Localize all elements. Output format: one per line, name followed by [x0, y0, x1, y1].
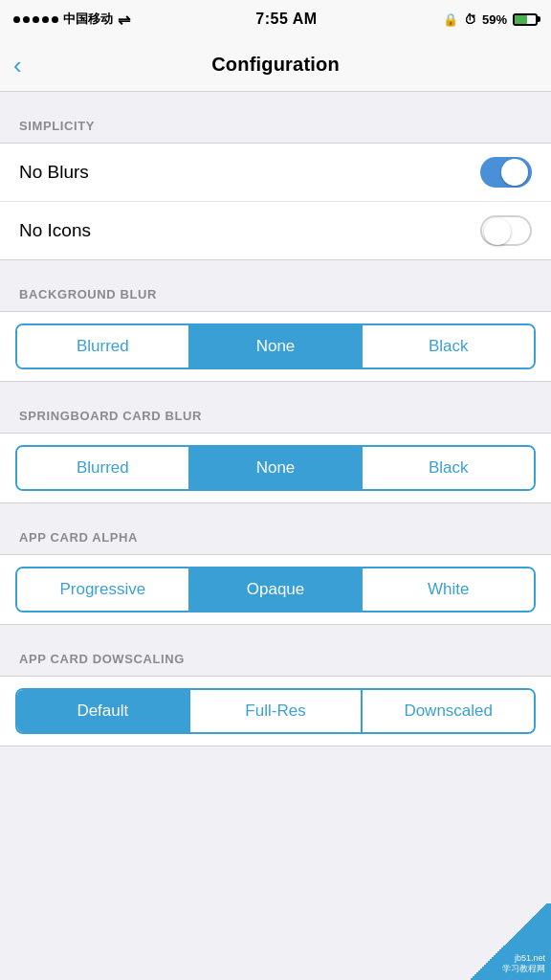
- app-card-alpha-white[interactable]: White: [363, 568, 534, 611]
- app-card-dowscaling-segment: Default Full-Res Downscaled: [15, 688, 536, 734]
- status-bar: 中国移动 ⇌ 7:55 AM 🔒 ⏱ 59%: [0, 0, 551, 38]
- app-card-dowscaling-downscaled[interactable]: Downscaled: [363, 690, 534, 732]
- toggle-row-no-blurs: No Blurs: [0, 144, 551, 202]
- lock-icon: 🔒: [443, 12, 458, 27]
- app-card-alpha-opaque[interactable]: Opaque: [190, 568, 364, 611]
- section-background-blur: BACKGROUND BLUR Blurred None Black: [0, 287, 551, 382]
- app-card-dowscaling-full-res[interactable]: Full-Res: [190, 690, 364, 732]
- alarm-icon: ⏱: [464, 12, 476, 27]
- app-card-dowscaling-segment-wrapper: Default Full-Res Downscaled: [0, 676, 551, 746]
- background-blur-black[interactable]: Black: [363, 325, 534, 368]
- background-blur-none[interactable]: None: [190, 325, 364, 368]
- background-blur-blurred[interactable]: Blurred: [17, 325, 190, 368]
- status-right: 🔒 ⏱ 59%: [443, 12, 538, 27]
- app-card-alpha-progressive[interactable]: Progressive: [17, 568, 190, 611]
- springboard-blur-none[interactable]: None: [190, 447, 364, 489]
- section-header-app-card-alpha: APP CARD ALPHA: [0, 530, 551, 554]
- status-left: 中国移动 ⇌: [13, 11, 130, 29]
- battery-icon: [513, 13, 538, 26]
- battery-percent: 59%: [482, 12, 507, 27]
- background-blur-segment-wrapper: Blurred None Black: [0, 311, 551, 382]
- back-button[interactable]: ‹: [13, 53, 22, 78]
- section-springboard-card-blur: SPRINGBOARD CARD BLUR Blurred None Black: [0, 409, 551, 503]
- simplicity-card: No Blurs No Icons: [0, 143, 551, 260]
- section-simplicity: SIMPLICITY No Blurs No Icons: [0, 119, 551, 260]
- no-blurs-knob: [501, 159, 528, 186]
- no-icons-knob: [484, 218, 511, 245]
- section-header-app-card-dowscaling: APP CARD DOWSCALING: [0, 652, 551, 676]
- toggle-row-no-icons: No Icons: [0, 202, 551, 259]
- section-header-springboard-card-blur: SPRINGBOARD CARD BLUR: [0, 409, 551, 433]
- springboard-blur-blurred[interactable]: Blurred: [17, 447, 190, 489]
- section-header-simplicity: SIMPLICITY: [0, 119, 551, 143]
- page-title: Configuration: [211, 54, 340, 76]
- nav-bar: ‹ Configuration: [0, 38, 551, 92]
- no-blurs-label: No Blurs: [19, 162, 89, 183]
- app-card-alpha-segment-wrapper: Progressive Opaque White: [0, 554, 551, 625]
- no-icons-toggle[interactable]: [480, 215, 532, 246]
- app-card-alpha-segment: Progressive Opaque White: [15, 567, 536, 612]
- section-app-card-dowscaling: APP CARD DOWSCALING Default Full-Res Dow…: [0, 652, 551, 746]
- carrier-label: 中国移动: [63, 11, 113, 28]
- no-icons-label: No Icons: [19, 220, 91, 241]
- section-app-card-alpha: APP CARD ALPHA Progressive Opaque White: [0, 530, 551, 625]
- section-header-background-blur: BACKGROUND BLUR: [0, 287, 551, 311]
- corner-badge: jb51.net学习教程网: [465, 903, 551, 980]
- wifi-icon: ⇌: [118, 11, 130, 29]
- springboard-card-blur-segment: Blurred None Black: [15, 445, 536, 491]
- background-blur-segment: Blurred None Black: [15, 323, 536, 369]
- no-blurs-toggle[interactable]: [480, 157, 532, 188]
- content: SIMPLICITY No Blurs No Icons BACKGROUND …: [0, 119, 551, 766]
- signal-dots: [13, 16, 58, 23]
- app-card-dowscaling-default[interactable]: Default: [17, 690, 190, 732]
- springboard-card-blur-segment-wrapper: Blurred None Black: [0, 433, 551, 503]
- status-time: 7:55 AM: [255, 11, 317, 28]
- springboard-blur-black[interactable]: Black: [363, 447, 534, 489]
- watermark-text: jb51.net学习教程网: [502, 953, 545, 975]
